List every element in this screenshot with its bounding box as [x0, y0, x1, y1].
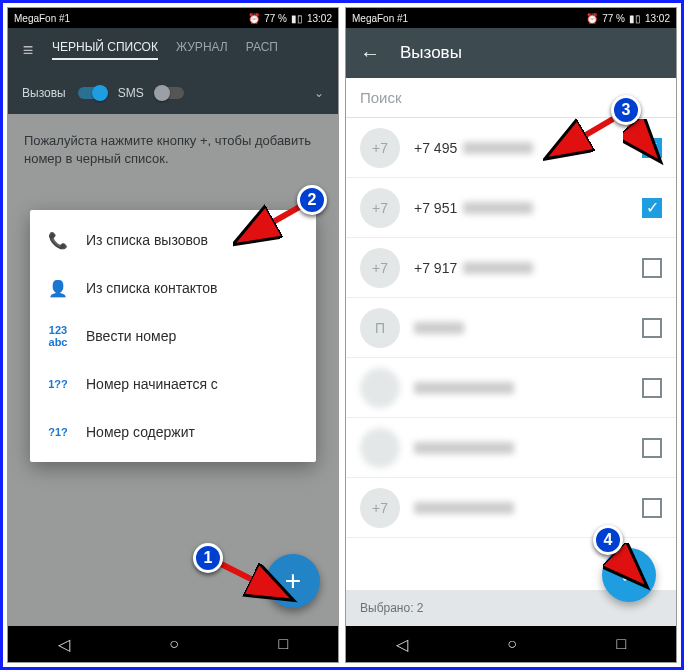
battery-label: 77 % [264, 13, 287, 24]
alarm-icon: ⏰ [586, 13, 598, 24]
tab-log[interactable]: ЖУРНАЛ [176, 40, 228, 60]
avatar: +7 [360, 488, 400, 528]
dialog-starts-with[interactable]: 1?? Номер начинается с [30, 360, 316, 408]
status-bar: MegaFon #1 ⏰ 77 % ▮▯ 13:02 [346, 8, 676, 28]
battery-icon: ▮▯ [291, 13, 303, 24]
contains-pattern-icon: ?1? [46, 426, 70, 438]
avatar: +7 [360, 248, 400, 288]
nav-back-icon[interactable]: ◁ [396, 635, 408, 654]
blurred-number [463, 142, 533, 154]
selected-count-label: Выбрано: 2 [360, 601, 424, 615]
annotation-badge-3: 3 [611, 95, 641, 125]
checkbox[interactable] [642, 438, 662, 458]
checkbox[interactable] [642, 498, 662, 518]
call-list: +7 +7 495 ✓ +7 +7 951 ✓ +7 +7 917 П [346, 118, 676, 590]
clock-label: 13:02 [645, 13, 670, 24]
filter-sms-label: SMS [118, 86, 144, 100]
dialog-enter-number[interactable]: 123abc Ввести номер [30, 312, 316, 360]
dialog-item-label: Номер содержит [86, 424, 195, 440]
blurred-name [414, 322, 464, 334]
prefix-pattern-icon: 1?? [46, 378, 70, 390]
list-item[interactable] [346, 418, 676, 478]
blurred-number [463, 202, 533, 214]
list-item[interactable] [346, 358, 676, 418]
checkbox[interactable] [642, 258, 662, 278]
android-nav-bar: ◁ ○ □ [8, 626, 338, 662]
tab-blacklist[interactable]: ЧЕРНЫЙ СПИСОК [52, 40, 158, 60]
filter-calls-label: Вызовы [22, 86, 66, 100]
toggle-sms[interactable] [156, 87, 184, 99]
search-placeholder: Поиск [360, 89, 402, 106]
chevron-down-icon[interactable]: ⌄ [314, 86, 324, 100]
phone-prefix: +7 495 [414, 140, 457, 156]
avatar [360, 428, 400, 468]
checkbox[interactable]: ✓ [642, 198, 662, 218]
app-header: ≡ ЧЕРНЫЙ СПИСОК ЖУРНАЛ РАСП Вызовы SMS ⌄ [8, 28, 338, 114]
battery-icon: ▮▯ [629, 13, 641, 24]
svg-line-1 [243, 205, 303, 239]
phone-prefix: +7 951 [414, 200, 457, 216]
annotation-badge-4: 4 [593, 525, 623, 555]
blurred-number [463, 262, 533, 274]
svg-line-3 [629, 125, 653, 153]
dialog-item-label: Из списка контактов [86, 280, 217, 296]
person-icon: 👤 [46, 279, 70, 298]
avatar: П [360, 308, 400, 348]
checkbox[interactable] [642, 378, 662, 398]
page-header: ← Вызовы [346, 28, 676, 78]
menu-icon[interactable]: ≡ [14, 40, 42, 61]
tab-schedule[interactable]: РАСП [246, 40, 278, 60]
list-item[interactable]: +7 [346, 478, 676, 538]
nav-back-icon[interactable]: ◁ [58, 635, 70, 654]
carrier-label: MegaFon #1 [14, 13, 70, 24]
nav-home-icon[interactable]: ○ [169, 635, 179, 653]
svg-line-2 [555, 119, 613, 153]
battery-label: 77 % [602, 13, 625, 24]
nav-home-icon[interactable]: ○ [507, 635, 517, 653]
clock-label: 13:02 [307, 13, 332, 24]
dialog-item-label: Из списка вызовов [86, 232, 208, 248]
android-nav-bar: ◁ ○ □ [346, 626, 676, 662]
toggle-calls[interactable] [78, 87, 106, 99]
annotation-arrow-3b [623, 119, 673, 169]
dialog-item-label: Номер начинается с [86, 376, 218, 392]
blurred-number [414, 442, 514, 454]
app-body: Пожалуйста нажмите кнопку +, чтобы добав… [8, 114, 338, 626]
svg-line-0 [211, 559, 283, 595]
checkbox[interactable] [642, 318, 662, 338]
nav-recent-icon[interactable]: □ [617, 635, 627, 653]
dialog-from-contacts[interactable]: 👤 Из списка контактов [30, 264, 316, 312]
phone-icon: 📞 [46, 231, 70, 250]
avatar: +7 [360, 128, 400, 168]
dialog-contains[interactable]: ?1? Номер содержит [30, 408, 316, 456]
avatar: +7 [360, 188, 400, 228]
dialog-item-label: Ввести номер [86, 328, 176, 344]
page-title: Вызовы [400, 43, 462, 63]
phone-prefix: +7 917 [414, 260, 457, 276]
list-item[interactable]: +7 +7 951 ✓ [346, 178, 676, 238]
carrier-label: MegaFon #1 [352, 13, 408, 24]
dialpad-icon: 123abc [46, 324, 70, 348]
list-item[interactable]: +7 +7 917 [346, 238, 676, 298]
annotation-badge-1: 1 [193, 543, 223, 573]
annotation-badge-2: 2 [297, 185, 327, 215]
blurred-number [414, 382, 514, 394]
nav-recent-icon[interactable]: □ [279, 635, 289, 653]
alarm-icon: ⏰ [248, 13, 260, 24]
annotation-arrow-3a [543, 113, 623, 163]
status-bar: MegaFon #1 ⏰ 77 % ▮▯ 13:02 [8, 8, 338, 28]
back-arrow-icon[interactable]: ← [360, 42, 380, 65]
list-item[interactable]: П [346, 298, 676, 358]
avatar [360, 368, 400, 408]
blurred-number [414, 502, 514, 514]
